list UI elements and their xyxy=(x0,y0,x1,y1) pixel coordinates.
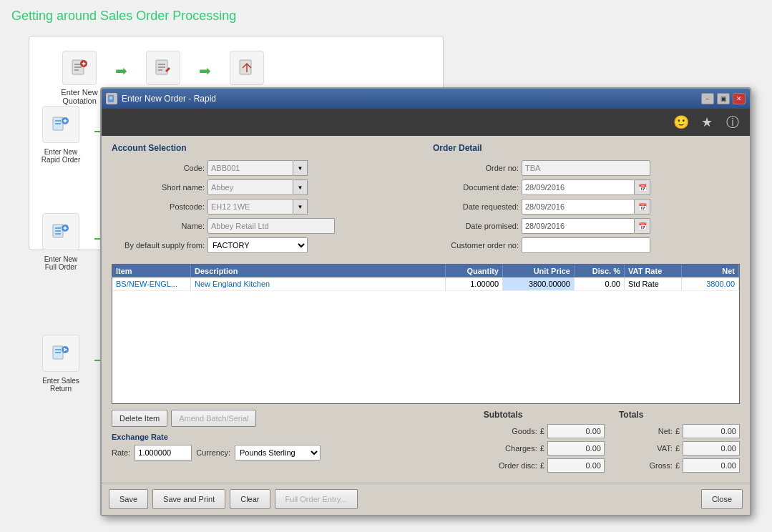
doc-date-group: 📅 xyxy=(522,179,650,195)
cell-quantity: 1.00000 xyxy=(446,277,503,290)
net-input xyxy=(683,424,740,438)
cell-unit-price: 3800.00000 xyxy=(503,277,575,290)
date-promised-calendar-icon[interactable]: 📅 xyxy=(635,218,650,234)
order-section-title: Order Detail xyxy=(433,143,740,154)
help-button[interactable]: ⓘ xyxy=(723,112,743,132)
subtotals-section: Subtotals Goods: £ Charges: £ Order disc… xyxy=(484,410,605,476)
postcode-dropdown-arrow[interactable]: ▼ xyxy=(293,199,308,215)
svg-rect-12 xyxy=(240,60,251,74)
sidebar-item-rapid-order[interactable]: Enter NewRapid Order xyxy=(29,106,93,164)
customer-order-no-input[interactable] xyxy=(522,237,650,253)
date-requested-calendar-icon[interactable]: 📅 xyxy=(635,199,650,215)
maximize-button[interactable]: ▣ xyxy=(717,93,730,104)
date-requested-row: Date requested: 📅 xyxy=(433,199,740,215)
sales-return-icon xyxy=(42,335,79,372)
rate-label: Rate: xyxy=(112,448,130,457)
charges-label: Charges: xyxy=(484,444,537,453)
order-no-input xyxy=(522,160,650,176)
charges-row: Charges: £ xyxy=(484,441,605,455)
date-promised-row: Date promised: 📅 xyxy=(433,218,740,234)
vat-label: VAT: xyxy=(619,444,673,453)
page-title: Getting around Sales Order Processing xyxy=(11,9,236,24)
gross-label: Gross: xyxy=(619,461,673,470)
date-requested-input[interactable] xyxy=(522,199,635,215)
sidebar-item-sales-return[interactable]: Enter SalesReturn xyxy=(29,335,93,393)
currency-select[interactable]: Pounds Sterling xyxy=(235,445,321,460)
bottom-section: Delete Item Amend Batch/Serial Exchange … xyxy=(112,410,740,476)
save-button[interactable]: Save xyxy=(109,489,148,509)
goods-row: Goods: £ xyxy=(484,424,605,438)
totals-container: Subtotals Goods: £ Charges: £ Order disc… xyxy=(484,410,740,476)
smiley-button[interactable]: 🙂 xyxy=(671,112,691,132)
vat-row: VAT: £ xyxy=(619,441,740,455)
doc-date-input[interactable] xyxy=(522,179,635,195)
code-label: Code: xyxy=(112,164,205,172)
delete-item-button[interactable]: Delete Item xyxy=(112,410,167,427)
code-input[interactable] xyxy=(207,160,293,176)
close-title-button[interactable]: ✕ xyxy=(733,93,746,104)
clear-button[interactable]: Clear xyxy=(230,489,270,509)
cell-disc: 0.00 xyxy=(575,277,625,290)
totals-title: Totals xyxy=(619,410,740,420)
supply-from-row: By default supply from: FACTORY xyxy=(112,237,419,253)
bottom-left: Delete Item Amend Batch/Serial Exchange … xyxy=(112,410,477,476)
code-row: Code: ▼ xyxy=(112,160,419,176)
header-unit-price: Unit Price xyxy=(503,265,575,277)
gross-input xyxy=(683,458,740,473)
shortname-input[interactable] xyxy=(207,179,293,195)
cell-description: New England Kitchen xyxy=(191,277,446,290)
postcode-input[interactable] xyxy=(207,199,293,215)
order-no-row: Order no: xyxy=(433,160,740,176)
close-button[interactable]: Close xyxy=(701,489,743,509)
name-input[interactable] xyxy=(207,218,335,234)
modal-title-controls: – ▣ ✕ xyxy=(701,93,746,104)
step-1-label: Enter NewQuotation xyxy=(61,88,97,105)
minimize-button[interactable]: – xyxy=(701,93,714,104)
postcode-input-group: ▼ xyxy=(207,199,308,215)
account-section-title: Account Selection xyxy=(112,143,419,154)
charges-input xyxy=(547,441,605,455)
amend-batch-serial-button[interactable]: Amend Batch/Serial xyxy=(171,410,256,427)
date-promised-input[interactable] xyxy=(522,218,635,234)
vat-input xyxy=(683,441,740,455)
header-disc: Disc. % xyxy=(575,265,625,277)
name-label: Name: xyxy=(112,222,205,230)
goods-currency: £ xyxy=(540,427,544,435)
goods-label: Goods: xyxy=(484,427,537,435)
date-requested-group: 📅 xyxy=(522,199,650,215)
save-and-print-button[interactable]: Save and Print xyxy=(152,489,225,509)
modal-footer: Save Save and Print Clear Full Order Ent… xyxy=(102,483,750,515)
date-promised-group: 📅 xyxy=(522,218,650,234)
supply-from-select[interactable]: FACTORY xyxy=(207,237,308,253)
star-button[interactable]: ★ xyxy=(697,112,717,132)
gross-row: Gross: £ xyxy=(619,458,740,473)
modal-title-text: Enter New Order - Rapid xyxy=(122,94,216,104)
shortname-label: Short name: xyxy=(112,183,205,192)
cell-vat-rate: Std Rate xyxy=(625,277,682,290)
table-row[interactable]: BS/NEW-ENGL... New England Kitchen 1.000… xyxy=(112,277,739,291)
order-disc-label: Order disc: xyxy=(484,461,537,470)
footer-left-buttons: Save Save and Print Clear Full Order Ent… xyxy=(109,489,358,509)
net-row: Net: £ xyxy=(619,424,740,438)
workflow-step-1[interactable]: Enter NewQuotation xyxy=(51,51,108,105)
sidebar-item-full-order[interactable]: Enter NewFull Order xyxy=(29,213,93,271)
order-disc-input xyxy=(547,458,605,473)
net-currency: £ xyxy=(675,427,680,435)
vat-currency: £ xyxy=(675,444,680,453)
shortname-dropdown-arrow[interactable]: ▼ xyxy=(293,179,308,195)
date-requested-label: Date requested: xyxy=(433,202,519,211)
modal-titlebar: Enter New Order - Rapid – ▣ ✕ xyxy=(102,89,750,109)
exchange-row: Rate: Currency: Pounds Sterling xyxy=(112,445,477,460)
code-dropdown-arrow[interactable]: ▼ xyxy=(293,160,308,176)
order-disc-row: Order disc: £ xyxy=(484,458,605,473)
form-sections: Account Selection Code: ▼ Short name: ▼ xyxy=(112,143,740,257)
rate-input[interactable] xyxy=(135,445,192,460)
doc-date-row: Document date: 📅 xyxy=(433,179,740,195)
arrow-2: ➡ xyxy=(199,62,211,79)
postcode-label: Postcode: xyxy=(112,202,205,211)
grid-header: Item Description Quantity Unit Price Dis… xyxy=(112,265,739,277)
full-order-entry-button[interactable]: Full Order Entry... xyxy=(275,489,358,509)
doc-date-calendar-icon[interactable]: 📅 xyxy=(635,179,650,195)
modal-app-icon xyxy=(106,93,117,104)
enter-new-quotation-icon xyxy=(62,51,97,85)
